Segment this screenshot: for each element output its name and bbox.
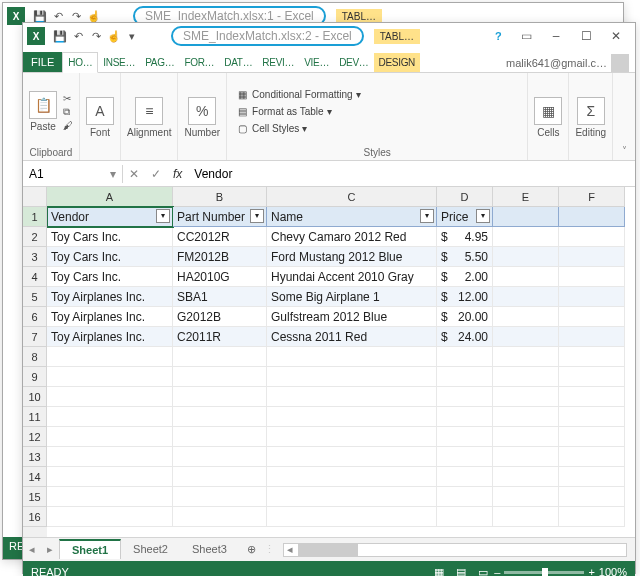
zoom-in-icon[interactable]: + [588,566,594,576]
tab-insert[interactable]: INSE… [98,53,140,72]
row-header[interactable]: 15 [23,487,47,507]
format-painter-icon[interactable]: 🖌 [63,120,73,131]
minimize-icon[interactable]: – [541,29,571,43]
tab-home[interactable]: HO… [62,52,98,73]
filter-dropdown-icon[interactable]: ▾ [420,209,434,223]
row-header[interactable]: 9 [23,367,47,387]
ribbon-options-icon[interactable]: ▭ [511,29,541,43]
worksheet-grid[interactable]: 1 2 3 4 5 6 7 8 9 10 11 12 13 14 15 16 A… [23,187,635,537]
col-header[interactable]: D [437,187,493,207]
cancel-formula-icon[interactable]: ✕ [123,167,145,181]
col-header[interactable]: F [559,187,625,207]
collapse-ribbon-icon[interactable]: ˅ [613,73,635,160]
cell-price[interactable]: $12.00 [437,287,493,307]
cell-price[interactable]: $20.00 [437,307,493,327]
cell-name[interactable]: Hyundai Accent 2010 Gray [267,267,437,287]
cell-name[interactable]: Gulfstream 2012 Blue [267,307,437,327]
touch-mode-icon[interactable]: ☝ [105,27,123,45]
cell-part[interactable]: CC2012R [173,227,267,247]
cell-price[interactable]: $2.00 [437,267,493,287]
close-icon[interactable]: ✕ [601,29,631,43]
row-header[interactable]: 5 [23,287,47,307]
sheet-tab[interactable]: Sheet3 [180,540,239,558]
col-header[interactable]: A [47,187,173,207]
sheet-tab-active[interactable]: Sheet1 [59,539,121,559]
cell-price[interactable]: $5.50 [437,247,493,267]
row-header[interactable]: 3 [23,247,47,267]
editing-button[interactable]: ΣEditing [575,97,606,138]
col-header[interactable]: B [173,187,267,207]
cut-icon[interactable]: ✂ [63,93,73,104]
zoom-out-icon[interactable]: – [494,566,500,576]
cell-part[interactable]: SBA1 [173,287,267,307]
table-header-price[interactable]: Price▾ [437,207,493,227]
sheet-nav-prev-icon[interactable]: ◂ [23,543,41,556]
user-account[interactable]: malik641@gmail.c… [500,54,635,72]
save-icon[interactable]: 💾 [51,27,69,45]
cell-price[interactable]: $24.00 [437,327,493,347]
cell-name[interactable]: Ford Mustang 2012 Blue [267,247,437,267]
font-button[interactable]: AFont [86,97,114,138]
row-header[interactable]: 4 [23,267,47,287]
copy-icon[interactable]: ⧉ [63,106,73,118]
row-header[interactable]: 1 [23,207,47,227]
row-header[interactable]: 2 [23,227,47,247]
name-box[interactable]: A1▾ [23,165,123,183]
row-header[interactable]: 10 [23,387,47,407]
row-header[interactable]: 7 [23,327,47,347]
row-header[interactable]: 12 [23,427,47,447]
paste-button[interactable]: 📋 Paste [29,91,57,132]
cell-vendor[interactable]: Toy Cars Inc. [47,267,173,287]
row-header[interactable]: 16 [23,507,47,527]
sheet-tab[interactable]: Sheet2 [121,540,180,558]
format-as-table-button[interactable]: ▤Format as Table ▾ [233,104,334,119]
zoom-slider[interactable] [504,571,584,574]
row-header[interactable]: 14 [23,467,47,487]
col-header[interactable]: C [267,187,437,207]
file-tab[interactable]: FILE [23,52,62,72]
conditional-formatting-button[interactable]: ▦Conditional Formatting ▾ [233,87,363,102]
cell-name[interactable]: Some Big Airplane 1 [267,287,437,307]
table-header-vendor[interactable]: Vendor▾ [47,207,173,227]
cell-part[interactable]: FM2012B [173,247,267,267]
maximize-icon[interactable]: ☐ [571,29,601,43]
tab-data[interactable]: DAT… [219,53,257,72]
filter-dropdown-icon[interactable]: ▾ [156,209,170,223]
sheet-nav-next-icon[interactable]: ▸ [41,543,59,556]
table-header-part[interactable]: Part Number▾ [173,207,267,227]
row-header[interactable]: 6 [23,307,47,327]
alignment-button[interactable]: ≡Alignment [127,97,171,138]
row-header[interactable]: 13 [23,447,47,467]
view-pagelayout-icon[interactable]: ▤ [450,566,472,577]
row-header[interactable]: 8 [23,347,47,367]
formula-input[interactable]: Vendor [188,167,635,181]
cell-vendor[interactable]: Toy Cars Inc. [47,227,173,247]
number-button[interactable]: %Number [184,97,220,138]
cell-part[interactable]: HA2010G [173,267,267,287]
filter-dropdown-icon[interactable]: ▾ [250,209,264,223]
cells-button[interactable]: ▦Cells [534,97,562,138]
row-header[interactable]: 11 [23,407,47,427]
tab-design[interactable]: DESIGN [374,53,421,72]
new-sheet-icon[interactable]: ⊕ [239,543,264,556]
cell-name[interactable]: Chevy Camaro 2012 Red [267,227,437,247]
filter-dropdown-icon[interactable]: ▾ [476,209,490,223]
view-normal-icon[interactable]: ▦ [428,566,450,577]
cell-part[interactable]: G2012B [173,307,267,327]
col-header[interactable]: E [493,187,559,207]
cell-vendor[interactable]: Toy Airplanes Inc. [47,307,173,327]
zoom-level[interactable]: 100% [599,566,627,576]
cell-name[interactable]: Cessna 2011 Red [267,327,437,347]
tab-formulas[interactable]: FOR… [179,53,219,72]
cell-styles-button[interactable]: ▢Cell Styles ▾ [233,121,309,136]
zoom-control[interactable]: – + 100% [494,566,627,576]
enter-formula-icon[interactable]: ✓ [145,167,167,181]
cell-vendor[interactable]: Toy Airplanes Inc. [47,327,173,347]
cell-vendor[interactable]: Toy Airplanes Inc. [47,287,173,307]
horizontal-scrollbar[interactable]: ◂ [283,543,627,557]
tab-review[interactable]: REVI… [257,53,299,72]
tab-developer[interactable]: DEV… [334,53,373,72]
fx-icon[interactable]: fx [167,167,188,181]
select-all-corner[interactable] [23,187,47,207]
chevron-down-icon[interactable]: ▾ [110,167,116,181]
